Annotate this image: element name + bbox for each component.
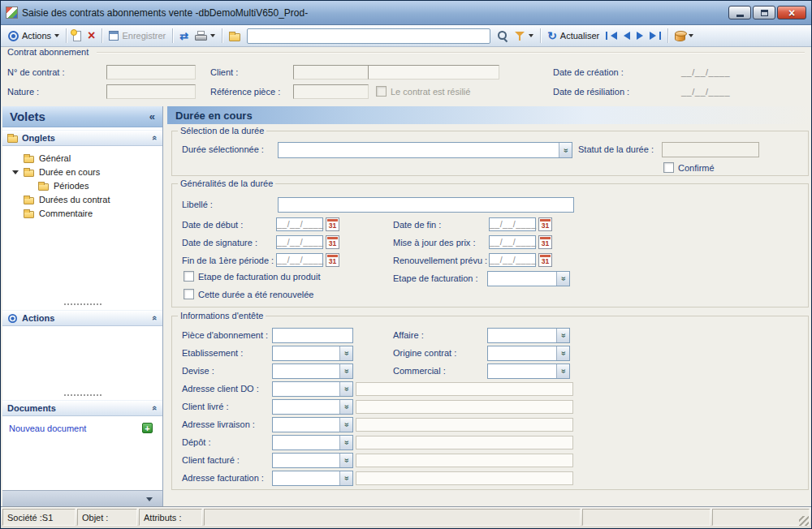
nature-field[interactable]	[106, 84, 196, 99]
contract-resilie-checkbox[interactable]	[376, 86, 387, 97]
depot-select[interactable]	[272, 435, 353, 450]
maximize-button[interactable]	[753, 6, 775, 19]
client-livre-select[interactable]	[272, 399, 353, 415]
print-button[interactable]	[192, 27, 218, 45]
group-divider	[97, 52, 805, 53]
search-input[interactable]	[247, 28, 490, 44]
maj-prix-input[interactable]: __/__/____	[489, 235, 536, 249]
refresh-button[interactable]: Actualiser	[544, 27, 603, 45]
new-record-button[interactable]	[70, 27, 84, 45]
close-button[interactable]	[777, 6, 806, 19]
date-fin-input[interactable]: __/__/____	[489, 217, 536, 231]
duree-renouvelee-checkbox[interactable]	[184, 289, 194, 299]
depot-label: Dépôt :	[182, 437, 210, 447]
calendar-icon[interactable]: 31	[326, 217, 339, 231]
sidebar-collapse-icon[interactable]: «	[149, 110, 155, 123]
database-button[interactable]	[672, 27, 697, 45]
confirme-checkbox[interactable]	[663, 162, 674, 173]
sidebar-item-periodes[interactable]: Périodes	[2, 180, 162, 193]
chevron-down-icon[interactable]	[339, 382, 352, 396]
sidebar-item-duree-en-cours[interactable]: Durée en cours	[2, 166, 162, 179]
contract-number-field[interactable]	[106, 65, 196, 80]
nav-previous-button[interactable]	[620, 27, 633, 45]
chevron-down-icon[interactable]	[339, 471, 352, 485]
chevron-down-icon[interactable]	[146, 497, 153, 501]
folder-icon	[24, 197, 34, 204]
chevron-down-icon[interactable]	[339, 346, 352, 360]
chevron-down-icon[interactable]	[556, 364, 569, 378]
chevron-up-icon[interactable]	[153, 313, 158, 323]
calendar-icon[interactable]: 31	[326, 235, 339, 249]
renouvellement-input[interactable]: __/__/____	[489, 253, 536, 267]
piece-abonnement-input[interactable]	[272, 328, 353, 343]
calendar-icon[interactable]: 31	[538, 217, 552, 231]
sidebar-item-commentaire[interactable]: Commentaire	[2, 208, 162, 221]
calendar-icon[interactable]: 31	[538, 235, 552, 249]
save-button[interactable]: Enregistrer	[106, 27, 169, 45]
sync-button[interactable]	[176, 27, 192, 45]
minimize-button[interactable]	[728, 6, 751, 19]
client-facture-select[interactable]	[272, 453, 353, 468]
section-actions[interactable]: Actions	[2, 310, 162, 326]
chevron-down-icon[interactable]	[339, 400, 352, 414]
chevron-up-icon[interactable]	[153, 403, 158, 413]
etape-facturation-select[interactable]	[487, 271, 570, 286]
statut-duree-label: Statut de la durée :	[578, 144, 654, 154]
etape-facturation-produit-checkbox[interactable]	[184, 271, 194, 282]
adresse-facturation-select[interactable]	[272, 471, 353, 486]
adresse-client-do-select[interactable]	[272, 381, 353, 397]
chevron-down-icon[interactable]	[339, 364, 352, 378]
adresse-livraison-select[interactable]	[272, 417, 353, 432]
date-resiliation-label: Date de résiliation :	[553, 87, 629, 97]
filter-funnel-icon	[515, 31, 525, 41]
actions-button[interactable]: Actions	[5, 27, 63, 45]
open-folder-button[interactable]	[226, 27, 244, 45]
nav-first-button[interactable]	[603, 27, 620, 45]
sidebar-item-durees-du-contrat[interactable]: Durées du contrat	[2, 194, 162, 207]
date-debut-input[interactable]: __/__/____	[276, 217, 323, 231]
new-document-link[interactable]: Nouveau document	[9, 424, 86, 433]
affaire-select[interactable]	[487, 328, 570, 343]
calendar-icon[interactable]: 31	[326, 253, 339, 267]
chevron-down-icon[interactable]	[556, 329, 569, 342]
contract-header-group: Contrat abonnement N° de contrat : Natur…	[1, 47, 811, 106]
nav-previous-icon	[624, 32, 630, 40]
resize-grip[interactable]	[799, 516, 809, 526]
filter-button[interactable]	[512, 27, 537, 45]
nav-first-icon	[606, 32, 607, 40]
chevron-down-icon	[529, 34, 533, 37]
section-documents[interactable]: Documents	[2, 400, 162, 416]
duree-selectionnee-select[interactable]	[278, 142, 572, 158]
page-title-bar: Durée en cours	[167, 106, 811, 124]
chevron-down-icon[interactable]	[339, 418, 352, 432]
delete-record-button[interactable]	[84, 27, 98, 45]
devise-select[interactable]	[272, 363, 353, 379]
commercial-select[interactable]	[487, 363, 570, 379]
section-onglets[interactable]: Onglets	[2, 130, 162, 146]
chevron-up-icon[interactable]	[153, 133, 158, 143]
libelle-input[interactable]	[278, 197, 574, 213]
sidebar-item-general[interactable]: Général	[2, 153, 162, 166]
etablissement-select[interactable]	[272, 346, 353, 361]
origine-contrat-select[interactable]	[487, 346, 570, 361]
nav-last-icon	[650, 32, 656, 40]
expander-icon[interactable]	[12, 170, 19, 174]
client-code-field[interactable]	[293, 65, 369, 80]
date-signature-input[interactable]: __/__/____	[276, 235, 323, 249]
chevron-down-icon[interactable]	[339, 454, 352, 467]
chevron-down-icon[interactable]	[559, 143, 572, 157]
nav-last-button[interactable]	[646, 27, 664, 45]
calendar-icon[interactable]: 31	[538, 253, 552, 267]
contract-resilie-label: Le contrat est résilié	[391, 87, 470, 97]
chevron-down-icon[interactable]	[339, 436, 352, 449]
nav-next-button[interactable]	[633, 27, 646, 45]
add-document-icon[interactable]	[142, 423, 153, 433]
chevron-down-icon[interactable]	[556, 346, 569, 360]
chevron-down-icon[interactable]	[556, 272, 569, 286]
reference-piece-field[interactable]	[293, 84, 369, 99]
generalites-group-title: Généralités de la durée	[178, 178, 275, 188]
fin-periode-input[interactable]: __/__/____	[276, 253, 323, 267]
duree-selectionnee-label: Durée sélectionnée :	[182, 144, 264, 154]
search-button[interactable]	[494, 27, 512, 45]
date-creation-label: Date de création :	[553, 67, 624, 77]
